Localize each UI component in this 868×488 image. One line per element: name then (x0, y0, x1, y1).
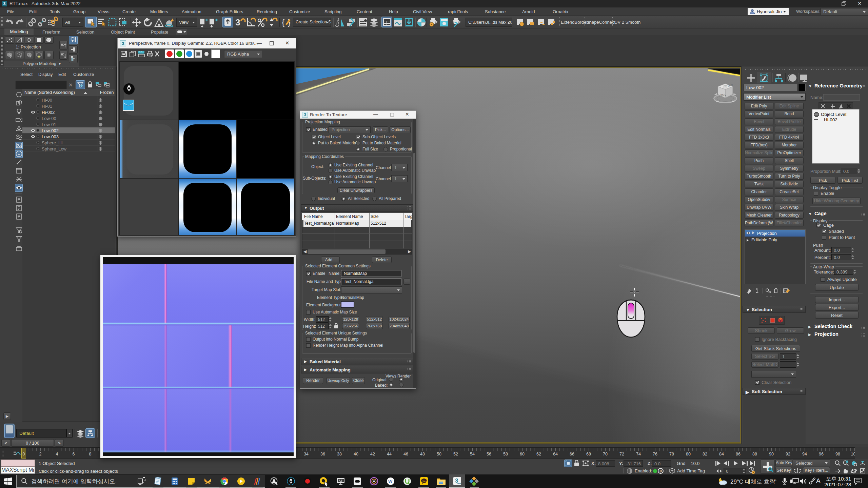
svg-text:TALK: TALK (422, 480, 427, 482)
svg-text:3: 3 (235, 17, 240, 27)
svg-text:W: W (388, 479, 393, 484)
svg-text:{: { (282, 18, 284, 27)
svg-text:TOP: TOP (724, 85, 727, 87)
